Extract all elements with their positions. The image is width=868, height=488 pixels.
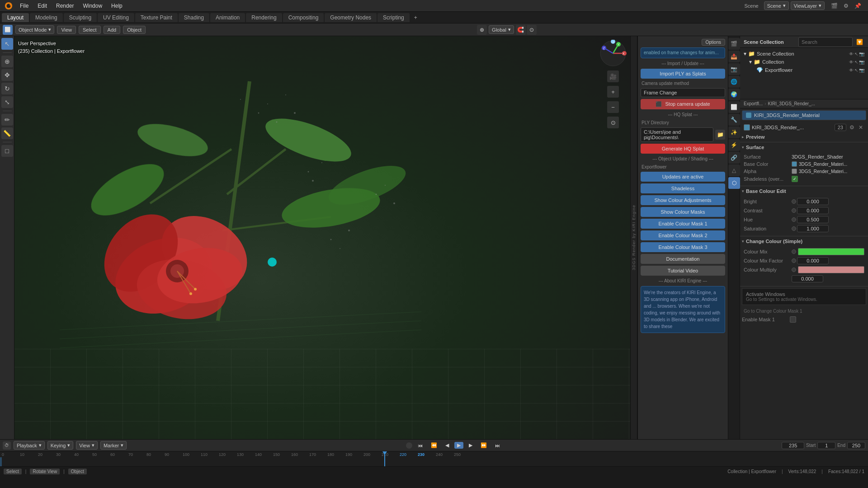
timeline-ruler[interactable]: 0 10 20 30 40 50 60 70 80 90 100 110 120… (0, 451, 868, 466)
colour-multiply-input[interactable]: 0.000 (792, 275, 823, 282)
frame-change-input[interactable]: Frame Change (641, 88, 725, 97)
scene-dropdown[interactable]: Scene ▾ (764, 1, 789, 10)
tab-geometry-nodes[interactable]: Geometry Nodes (325, 13, 377, 22)
prop-tab-constraints[interactable]: 🔗 (728, 152, 740, 164)
bright-input[interactable]: 0.000 (797, 198, 829, 205)
zoom-out-btn[interactable]: − (607, 101, 619, 113)
enable-mask1-btn[interactable]: Enable Colour Mask 1 (641, 219, 725, 229)
shadeless-btn[interactable]: Shadeless (641, 183, 725, 193)
mode-icon[interactable]: ⬜ (3, 25, 13, 35)
view-local-btn[interactable]: ⊙ (607, 117, 619, 128)
collection-visibility-icon[interactable]: 👁 (849, 60, 854, 65)
alpha-value[interactable]: 3DGS_Render_Materi... (799, 169, 864, 174)
add-workspace-btn[interactable]: + (410, 13, 421, 22)
tab-scripting[interactable]: Scripting (377, 13, 410, 22)
playback-dropdown[interactable]: Playback ▾ (14, 441, 45, 450)
exportflower-visibility-icon[interactable]: 👁 (849, 68, 854, 73)
transform-icon[interactable]: ⊕ (477, 25, 487, 35)
material-x-btn[interactable]: ✕ (857, 124, 864, 131)
object-mode-dropdown[interactable]: Object Mode ▾ (15, 25, 54, 34)
breadcrumb-item2[interactable]: KIRI_3DGS_Render_... (768, 101, 816, 106)
colour-mix-swatch[interactable] (798, 248, 864, 255)
object-btn-status[interactable]: Object (68, 469, 87, 474)
surface-section-header[interactable]: ▾ Surface (740, 143, 868, 151)
select-btn[interactable]: Select (79, 26, 101, 34)
blender-logo[interactable] (3, 0, 14, 12)
viewport[interactable]: User Perspective (235) Collection | Expo… (14, 36, 630, 439)
shadeless-toggle[interactable]: ✓ (792, 176, 798, 182)
snap-btn[interactable]: 🧲 (516, 25, 526, 35)
enable-mask3-btn[interactable]: Enable Colour Mask 3 (641, 242, 725, 252)
generate-hq-btn[interactable]: Generate HQ Splat (641, 144, 725, 154)
material-list-item[interactable]: KIRI_3DGS_Render_Material (742, 111, 866, 120)
show-colour-adj-btn[interactable]: Show Colour Adjustments (641, 195, 725, 205)
filter-icon[interactable]: 🔽 (854, 37, 864, 47)
end-frame-input[interactable]: 250 (847, 442, 865, 449)
outliner-search[interactable] (798, 37, 853, 47)
saturation-input[interactable]: 1.000 (797, 225, 829, 232)
add-btn[interactable]: Add (104, 26, 121, 34)
menu-file[interactable]: File (16, 2, 32, 10)
updates-active-btn[interactable]: Updates are active (641, 172, 725, 182)
base-color-value[interactable]: 3DGS_Render_Materi... (799, 162, 864, 167)
tab-animation[interactable]: Animation (210, 13, 245, 22)
hue-input[interactable]: 0.500 (797, 216, 829, 223)
menu-help[interactable]: Help (108, 2, 126, 10)
tab-shading[interactable]: Shading (179, 13, 209, 22)
prop-tab-particles[interactable]: ✨ (728, 127, 740, 138)
prop-tab-object-data[interactable]: △ (728, 164, 740, 176)
select-icon[interactable]: ↖ (854, 52, 858, 56)
current-frame-input[interactable]: 235 (782, 442, 804, 449)
enable-mask1-checkbox[interactable] (790, 316, 796, 323)
zoom-camera-btn[interactable]: 🎥 (607, 70, 619, 82)
prop-tab-scene[interactable]: 🌐 (728, 76, 740, 88)
tree-exportflower[interactable]: 💎 Exportflower 👁 ↖ 📷 (742, 66, 866, 74)
settings-icon[interactable]: ⚙ (841, 1, 851, 11)
select-tool-btn[interactable]: ↖ (1, 38, 13, 50)
prev-frame-btn[interactable]: ⏪ (428, 442, 440, 449)
tab-modeling[interactable]: Modeling (30, 13, 63, 22)
colour-mix-factor-dot[interactable] (792, 258, 796, 263)
visibility-icon[interactable]: 👁 (849, 52, 854, 56)
options-btn[interactable]: Options (702, 39, 725, 46)
surface-shader-value[interactable]: 3DGS_Render_Shader (792, 154, 864, 160)
enable-mask2-btn[interactable]: Enable Colour Mask 2 (641, 230, 725, 240)
view-btn[interactable]: View (57, 26, 76, 34)
timeline-panel-icon[interactable]: ⏱ (3, 441, 11, 450)
prop-tab-render[interactable]: 🎬 (728, 38, 740, 50)
colour-multiply-swatch[interactable] (798, 266, 864, 273)
scale-tool-btn[interactable]: ⤡ (1, 96, 13, 108)
play-btn[interactable]: ▶ (454, 442, 463, 449)
global-dropdown[interactable]: Global ▾ (489, 25, 514, 34)
prev-key-btn[interactable]: ◀ (443, 442, 452, 449)
jump-end-btn[interactable]: ⏭ (492, 442, 503, 449)
view-dropdown[interactable]: View ▾ (76, 441, 98, 450)
viewlayer-dropdown[interactable]: ViewLayer ▾ (791, 1, 825, 10)
tab-rendering[interactable]: Rendering (246, 13, 282, 22)
go-to-settings-label[interactable]: Go to Settings to activate Windows. (746, 297, 862, 302)
marker-dropdown[interactable]: Marker ▾ (100, 441, 127, 450)
zoom-in-btn[interactable]: + (607, 86, 619, 98)
alpha-swatch[interactable] (792, 169, 797, 174)
proportional-edit-btn[interactable]: ⊙ (527, 25, 537, 35)
stop-camera-btn[interactable]: ⬛ Stop camera update (641, 99, 725, 109)
select-btn-status[interactable]: Select (4, 469, 22, 474)
contrast-input[interactable]: 0.000 (797, 207, 829, 214)
tab-layout[interactable]: Layout (2, 13, 29, 22)
rotate-view-btn[interactable]: Rotate View (30, 469, 60, 474)
cursor-tool-btn[interactable]: ⊕ (1, 56, 13, 67)
colour-mix-dot[interactable] (792, 249, 796, 254)
render-icon[interactable]: 🎬 (829, 1, 839, 11)
prop-tab-material[interactable]: ⬡ (728, 177, 740, 189)
prop-tab-output[interactable]: 📤 (728, 51, 740, 62)
keying-dropdown[interactable]: Keying ▾ (47, 441, 74, 450)
show-colour-masks-btn[interactable]: Show Colour Masks (641, 207, 725, 217)
prop-tab-physics[interactable]: ⚡ (728, 139, 740, 151)
collection-render-icon[interactable]: 📷 (859, 60, 864, 65)
documentation-btn[interactable]: Documentation (641, 254, 725, 264)
tab-sculpting[interactable]: Sculpting (64, 13, 97, 22)
next-frame-btn[interactable]: ⏩ (478, 442, 490, 449)
change-colour-section-header[interactable]: ▾ Change Colour (Simple) (740, 237, 868, 245)
render-icon-tree[interactable]: 📷 (859, 52, 864, 56)
rotate-tool-btn[interactable]: ↻ (1, 83, 13, 94)
